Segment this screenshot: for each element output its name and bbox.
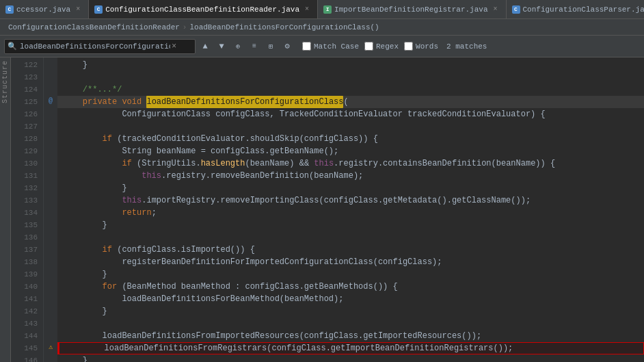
code-line-128: if (trackedConditionEvaluator.shouldSkip… [57, 133, 644, 145]
tab-bar: C ccessor.java × C ConfigurationClassBea… [0, 0, 644, 19]
tab-icon-config-parser: C [512, 5, 520, 14]
marker-141 [44, 292, 57, 304]
code-line-137: if (configClass.isImported()) { [57, 244, 644, 256]
marker-126 [44, 107, 57, 119]
tab-config-parser[interactable]: C ConfigurationClassParser.java × [507, 0, 644, 19]
code-line-142: } [57, 305, 644, 318]
line-num-123: 123 [11, 71, 38, 83]
line-num-138: 138 [11, 256, 38, 268]
search-settings-button[interactable]: ⚙ [280, 40, 294, 53]
code-line-127 [57, 120, 644, 133]
line-num-134: 134 [11, 207, 38, 219]
line-num-142: 142 [11, 305, 38, 318]
regex-option[interactable]: Regex [364, 42, 399, 51]
words-label: Words [416, 42, 438, 51]
line-num-122: 122 [11, 59, 38, 71]
code-line-146: } [57, 354, 644, 362]
search-next-button[interactable]: ▼ [215, 40, 228, 53]
marker-130 [44, 156, 57, 168]
marker-142 [44, 304, 57, 316]
tab-label-config-reader: ConfigurationClassBeanDefinitionReader.j… [105, 5, 299, 14]
tab-accessor[interactable]: C ccessor.java × [0, 0, 89, 19]
code-line-143 [57, 318, 644, 330]
code-line-123 [57, 71, 644, 83]
match-case-option[interactable]: Match Case [302, 42, 359, 51]
code-line-136 [57, 231, 644, 244]
marker-144 [44, 328, 57, 341]
search-prev-button[interactable]: ▲ [198, 40, 212, 53]
match-case-label: Match Case [314, 42, 359, 51]
search-matches: 2 matches [446, 42, 487, 51]
tab-icon-accessor: C [5, 5, 14, 14]
marker-140 [44, 279, 57, 292]
marker-133 [44, 193, 57, 205]
editor-container: Structure 122 123 124 125 126 127 128 12… [0, 57, 644, 362]
code-area[interactable]: } /**...*/ private void loadBeanDefiniti… [57, 57, 644, 362]
breadcrumb-method[interactable]: loadBeanDefinitionsForConfigurationClass… [187, 23, 381, 31]
marker-134 [44, 205, 57, 218]
code-line-125: private void loadBeanDefinitionsForConfi… [57, 96, 644, 108]
code-line-141: loadBeanDefinitionsForBeanMethod(beanMet… [57, 293, 644, 305]
search-input-wrapper: 🔍 × [4, 39, 196, 54]
line-num-127: 127 [11, 120, 38, 133]
line-num-140: 140 [11, 281, 38, 293]
code-line-126: ConfigurationClass configClass, TrackedC… [57, 108, 644, 120]
match-case-checkbox[interactable] [302, 42, 311, 51]
line-num-141: 141 [11, 293, 38, 305]
tab-close-config-reader[interactable]: × [302, 5, 312, 14]
marker-135 [44, 218, 57, 230]
tab-label-import-registrar: ImportBeanDefinitionRegistrar.java [334, 5, 487, 14]
breadcrumb-bar: ConfigurationClassBeanDefinitionReader ›… [0, 19, 644, 36]
marker-128 [44, 131, 57, 144]
search-icon: 🔍 [8, 42, 17, 51]
line-num-136: 136 [11, 231, 38, 244]
marker-132 [44, 181, 57, 193]
marker-137 [44, 242, 57, 255]
marker-124 [44, 82, 57, 94]
code-line-124: /**...*/ [57, 83, 644, 96]
marker-139 [44, 267, 57, 279]
words-option[interactable]: Words [404, 42, 438, 51]
line-num-144: 144 [11, 330, 38, 342]
regex-label: Regex [376, 42, 399, 51]
code-line-122: } [57, 59, 644, 71]
words-checkbox[interactable] [404, 42, 413, 51]
breadcrumb-sep: › [183, 23, 187, 31]
breadcrumb-class[interactable]: ConfigurationClassBeanDefinitionReader [5, 23, 183, 31]
line-num-125: 125 [11, 96, 38, 108]
tab-label-config-parser: ConfigurationClassParser.java [523, 5, 644, 14]
marker-145: ⚠ [44, 341, 57, 353]
line-num-146: 146 [11, 354, 38, 362]
search-input[interactable] [20, 42, 170, 51]
search-option-btn3[interactable]: ⊞ [264, 40, 278, 53]
marker-131 [44, 168, 57, 181]
marker-125: @ [44, 94, 57, 107]
tab-import-registrar[interactable]: I ImportBeanDefinitionRegistrar.java × [318, 0, 506, 19]
tab-config-reader[interactable]: C ConfigurationClassBeanDefinitionReader… [89, 0, 318, 19]
search-bar: 🔍 × ▲ ▼ ⊕ ≡ ⊞ ⚙ Match Case Regex Words 2… [0, 36, 644, 57]
search-option-btn2[interactable]: ≡ [247, 40, 261, 53]
code-line-131: this.registry.removeBeanDefinition(beanN… [57, 170, 644, 182]
marker-127 [44, 119, 57, 131]
code-line-138: registerBeanDefinitionForImportedConfigu… [57, 256, 644, 268]
regex-checkbox[interactable] [364, 42, 373, 51]
code-line-129: String beanName = configClass.getBeanNam… [57, 145, 644, 157]
tab-close-import-registrar[interactable]: × [491, 5, 500, 14]
line-num-133: 133 [11, 194, 38, 207]
line-num-131: 131 [11, 170, 38, 182]
marker-129 [44, 144, 57, 156]
code-line-133: this.importRegistry.removeImportingClass… [57, 194, 644, 207]
marker-123 [44, 70, 57, 82]
code-line-145: loadBeanDefinitionsFromRegistrars(config… [57, 342, 644, 354]
tab-icon-config-reader: C [94, 5, 103, 14]
line-numbers: 122 123 124 125 126 127 128 129 130 131 … [11, 57, 44, 362]
structure-label[interactable]: Structure [1, 57, 9, 106]
code-line-132: } [57, 182, 644, 194]
line-num-143: 143 [11, 318, 38, 330]
search-option-btn1[interactable]: ⊕ [231, 40, 245, 53]
line-num-126: 126 [11, 108, 38, 120]
tab-close-accessor[interactable]: × [73, 5, 83, 14]
line-num-128: 128 [11, 133, 38, 145]
markers-gutter: @ ⚠ [44, 57, 57, 362]
search-clear-button[interactable]: × [170, 42, 178, 51]
